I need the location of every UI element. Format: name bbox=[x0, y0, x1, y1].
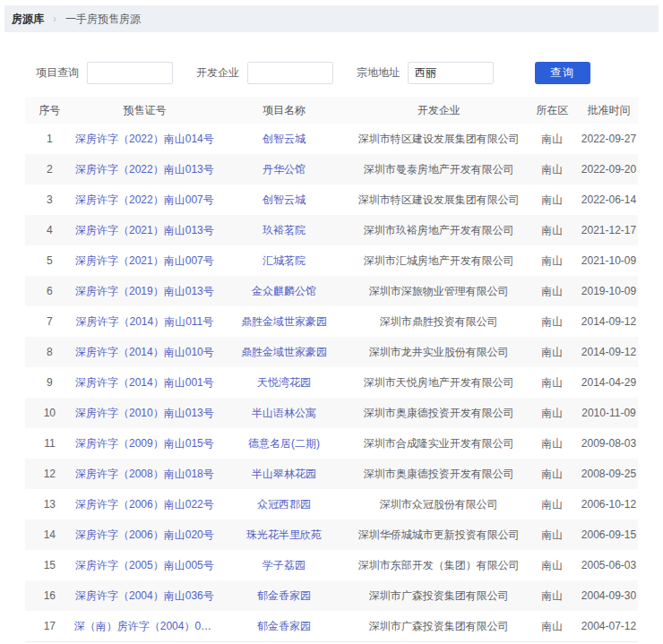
approval-date-cell: 2005-06-03 bbox=[580, 550, 638, 580]
permit-link[interactable]: 深房许字（2006）南山020号 bbox=[75, 528, 214, 541]
seq-cell: 12 bbox=[25, 459, 74, 489]
permit-link[interactable]: 深房许字（2022）南山014号 bbox=[75, 133, 214, 145]
col-header-project: 项目名称 bbox=[215, 97, 353, 124]
project-link[interactable]: 鼎胜金域世家豪园 bbox=[241, 346, 327, 358]
approval-date-cell: 2004-09-30 bbox=[580, 580, 638, 611]
developer-cell: 深圳市特区建设发展集团有限公司 bbox=[353, 124, 525, 154]
permit-link[interactable]: 深房许字（2021）南山013号 bbox=[75, 224, 214, 236]
table-row: 13 深房许字（2006）南山022号 众冠西郡园 深圳市众冠股份有限公司 南山… bbox=[25, 489, 638, 519]
approval-date-cell: 2019-10-09 bbox=[580, 276, 638, 306]
district-cell: 南山 bbox=[524, 489, 580, 519]
table-header: 序号 预售证号 项目名称 开发企业 所在区 批准时间 bbox=[25, 97, 638, 124]
developer-cell: 深圳市深旅物业管理有限公司 bbox=[353, 276, 525, 306]
approval-date-cell: 2009-08-03 bbox=[580, 428, 638, 459]
seq-cell: 8 bbox=[25, 337, 74, 367]
project-query-label: 项目查询 bbox=[36, 65, 79, 81]
project-link[interactable]: 玖裕茗院 bbox=[263, 224, 306, 236]
permit-link[interactable]: 深（南）房许字（2004）028号 bbox=[74, 620, 215, 632]
district-cell: 南山 bbox=[524, 428, 580, 459]
seq-cell: 9 bbox=[25, 367, 74, 398]
project-link[interactable]: 金众麒麟公馆 bbox=[252, 285, 316, 297]
developer-cell: 深圳市众冠股份有限公司 bbox=[353, 489, 525, 519]
permit-link[interactable]: 深房许字（2022）南山007号 bbox=[75, 193, 214, 206]
permit-link[interactable]: 深房许字（2014）南山001号 bbox=[75, 376, 214, 389]
permit-link[interactable]: 深房许字（2022）南山013号 bbox=[75, 163, 214, 176]
district-cell: 南山 bbox=[524, 611, 580, 641]
developer-label: 开发企业 bbox=[196, 65, 239, 81]
project-link[interactable]: 学子荔园 bbox=[263, 559, 306, 571]
developer-cell: 深圳市奥康德投资开发有限公司 bbox=[353, 459, 525, 489]
project-link[interactable]: 丹华公馆 bbox=[263, 163, 306, 176]
parcel-address-label: 宗地地址 bbox=[357, 65, 400, 81]
permit-link[interactable]: 深房许字（2014）南山010号 bbox=[75, 346, 214, 358]
table-row: 17 深（南）房许字（2004）028号 郁金香家园 深圳市广森投资集团有限公司… bbox=[25, 611, 638, 641]
table-row: 4 深房许字（2021）南山013号 玖裕茗院 深圳市玖裕房地产开发有限公司 南… bbox=[25, 215, 638, 245]
district-cell: 南山 bbox=[524, 367, 580, 398]
seq-cell: 5 bbox=[25, 245, 74, 276]
project-link[interactable]: 半山翠林花园 bbox=[252, 468, 316, 480]
project-link[interactable]: 郁金香家园 bbox=[257, 620, 311, 632]
project-link[interactable]: 郁金香家园 bbox=[257, 589, 311, 602]
project-query-input[interactable] bbox=[87, 62, 173, 84]
permit-link[interactable]: 深房许字（2014）南山011号 bbox=[75, 315, 213, 328]
table-row: 7 深房许字（2014）南山011号 鼎胜金域世家豪园 深圳市鼎胜投资有限公司 … bbox=[25, 306, 638, 337]
col-header-district: 所在区 bbox=[524, 97, 580, 124]
table-row: 12 深房许字（2008）南山018号 半山翠林花园 深圳市奥康德投资开发有限公… bbox=[25, 459, 638, 489]
project-link[interactable]: 天悦湾花园 bbox=[257, 376, 311, 389]
approval-date-cell: 2004-07-12 bbox=[580, 611, 638, 641]
developer-cell: 深圳市广森投资集团有限公司 bbox=[353, 611, 525, 641]
table-body: 1 深房许字（2022）南山014号 创智云城 深圳市特区建设发展集团有限公司 … bbox=[25, 124, 638, 641]
main-content: 项目查询 开发企业 宗地地址 查询 序号 预售证号 项目名称 开发企业 bbox=[0, 62, 663, 642]
project-link[interactable]: 德意名居(二期) bbox=[248, 437, 320, 450]
approval-date-cell: 2014-04-29 bbox=[580, 367, 638, 398]
seq-cell: 15 bbox=[25, 550, 74, 580]
district-cell: 南山 bbox=[524, 550, 580, 580]
district-cell: 南山 bbox=[524, 245, 580, 276]
table-row: 9 深房许字（2014）南山001号 天悦湾花园 深圳市天悦房地产开发有限公司 … bbox=[25, 367, 638, 398]
project-link[interactable]: 众冠西郡园 bbox=[257, 498, 311, 511]
project-link[interactable]: 创智云城 bbox=[263, 133, 306, 145]
district-cell: 南山 bbox=[524, 337, 580, 367]
district-cell: 南山 bbox=[524, 519, 580, 550]
district-cell: 南山 bbox=[524, 580, 580, 611]
district-cell: 南山 bbox=[524, 124, 580, 154]
district-cell: 南山 bbox=[524, 154, 580, 185]
permit-link[interactable]: 深房许字（2005）南山005号 bbox=[75, 559, 214, 571]
seq-cell: 10 bbox=[25, 398, 74, 428]
table-row: 3 深房许字（2022）南山007号 创智云城 深圳市特区建设发展集团有限公司 … bbox=[25, 185, 638, 215]
permit-link[interactable]: 深房许字（2021）南山007号 bbox=[75, 254, 214, 267]
col-header-seq: 序号 bbox=[25, 97, 74, 124]
seq-cell: 2 bbox=[25, 154, 74, 185]
seq-cell: 14 bbox=[25, 519, 74, 550]
parcel-address-input[interactable] bbox=[408, 62, 494, 84]
developer-input[interactable] bbox=[247, 62, 333, 84]
approval-date-cell: 2022-06-14 bbox=[580, 185, 638, 215]
project-link[interactable]: 汇城茗院 bbox=[263, 254, 306, 267]
project-link[interactable]: 鼎胜金域世家豪园 bbox=[241, 315, 327, 328]
permit-link[interactable]: 深房许字（2006）南山022号 bbox=[75, 498, 214, 511]
permit-link[interactable]: 深房许字（2019）南山013号 bbox=[75, 285, 214, 297]
project-query-field-group: 项目查询 bbox=[36, 62, 173, 84]
project-link[interactable]: 半山语林公寓 bbox=[252, 407, 316, 419]
developer-cell: 深圳市龙井实业股份有限公司 bbox=[353, 337, 525, 367]
query-button[interactable]: 查询 bbox=[535, 62, 590, 84]
breadcrumb-root[interactable]: 房源库 bbox=[12, 12, 44, 27]
district-cell: 南山 bbox=[524, 306, 580, 337]
permit-link[interactable]: 深房许字（2008）南山018号 bbox=[75, 468, 214, 480]
seq-cell: 17 bbox=[25, 611, 74, 641]
developer-cell: 深圳市东部开发（集团）有限公司 bbox=[353, 550, 525, 580]
breadcrumb: 房源库 › 一手房预售房源 bbox=[4, 5, 659, 32]
col-header-developer: 开发企业 bbox=[353, 97, 525, 124]
approval-date-cell: 2021-10-09 bbox=[580, 245, 638, 276]
approval-date-cell: 2010-11-09 bbox=[580, 398, 638, 428]
approval-date-cell: 2006-09-15 bbox=[580, 519, 638, 550]
permit-link[interactable]: 深房许字（2004）南山036号 bbox=[75, 589, 214, 602]
seq-cell: 3 bbox=[25, 185, 74, 215]
developer-cell: 深圳市天悦房地产开发有限公司 bbox=[353, 367, 525, 398]
project-link[interactable]: 珠光花半里欣苑 bbox=[246, 528, 322, 541]
parcel-address-field-group: 宗地地址 bbox=[357, 62, 494, 84]
project-link[interactable]: 创智云城 bbox=[263, 193, 306, 206]
approval-date-cell: 2014-09-12 bbox=[580, 306, 638, 337]
permit-link[interactable]: 深房许字（2010）南山013号 bbox=[75, 407, 214, 419]
permit-link[interactable]: 深房许字（2009）南山015号 bbox=[75, 437, 214, 450]
